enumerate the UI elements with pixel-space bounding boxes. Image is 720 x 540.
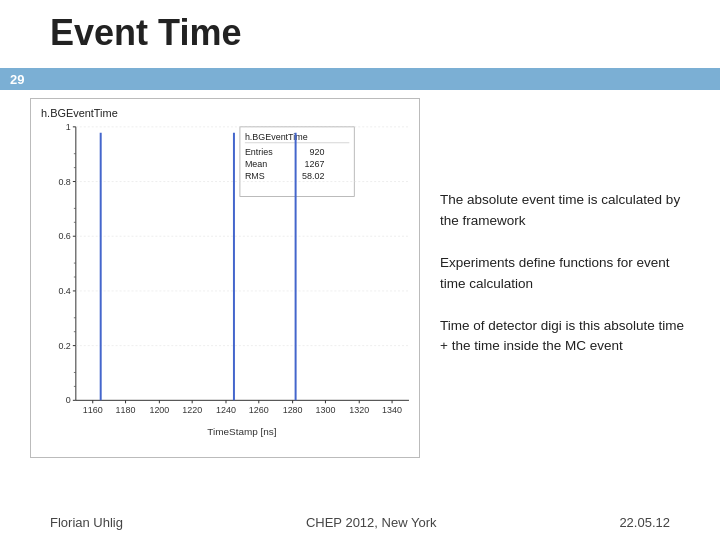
chart-svg: h.BGEventTime h.BGEventTime Entries 920 … <box>31 99 419 457</box>
svg-text:1300: 1300 <box>315 405 335 415</box>
svg-text:1260: 1260 <box>249 405 269 415</box>
svg-text:RMS: RMS <box>245 171 265 181</box>
svg-text:TimeStamp [ns]: TimeStamp [ns] <box>207 426 276 437</box>
chart-container: h.BGEventTime h.BGEventTime Entries 920 … <box>30 98 420 458</box>
slide-number: 29 <box>10 72 24 87</box>
svg-text:1220: 1220 <box>182 405 202 415</box>
description-line2: Experiments define functions for event t… <box>440 255 670 291</box>
footer: Florian Uhlig CHEP 2012, New York 22.05.… <box>0 515 720 530</box>
svg-text:1340: 1340 <box>382 405 402 415</box>
description-text: The absolute event time is calculated by… <box>440 190 690 357</box>
footer-author: Florian Uhlig <box>50 515 123 530</box>
svg-text:Entries: Entries <box>245 147 273 157</box>
svg-text:h.BGEventTime: h.BGEventTime <box>245 132 308 142</box>
svg-text:0.8: 0.8 <box>58 177 70 187</box>
svg-text:58.02: 58.02 <box>302 171 324 181</box>
description-line3: Time of detector digi is this absolute t… <box>440 318 684 354</box>
page-title: Event Time <box>50 12 241 54</box>
svg-text:0.2: 0.2 <box>58 341 70 351</box>
svg-text:0.6: 0.6 <box>58 231 70 241</box>
svg-text:1240: 1240 <box>216 405 236 415</box>
svg-text:0.4: 0.4 <box>58 286 70 296</box>
svg-text:920: 920 <box>310 147 325 157</box>
description-line1: The absolute event time is calculated by… <box>440 192 680 228</box>
footer-conference: CHEP 2012, New York <box>306 515 437 530</box>
svg-text:1267: 1267 <box>305 159 325 169</box>
svg-text:1280: 1280 <box>283 405 303 415</box>
footer-date: 22.05.12 <box>619 515 670 530</box>
svg-text:0: 0 <box>66 395 71 405</box>
svg-text:1180: 1180 <box>116 405 136 415</box>
svg-text:h.BGEventTime: h.BGEventTime <box>41 107 118 119</box>
slide-number-bar: 29 <box>0 68 720 90</box>
svg-text:Mean: Mean <box>245 159 267 169</box>
svg-text:1: 1 <box>66 122 71 132</box>
svg-text:1200: 1200 <box>149 405 169 415</box>
svg-text:1160: 1160 <box>83 405 103 415</box>
svg-text:1320: 1320 <box>349 405 369 415</box>
svg-rect-0 <box>31 99 419 457</box>
